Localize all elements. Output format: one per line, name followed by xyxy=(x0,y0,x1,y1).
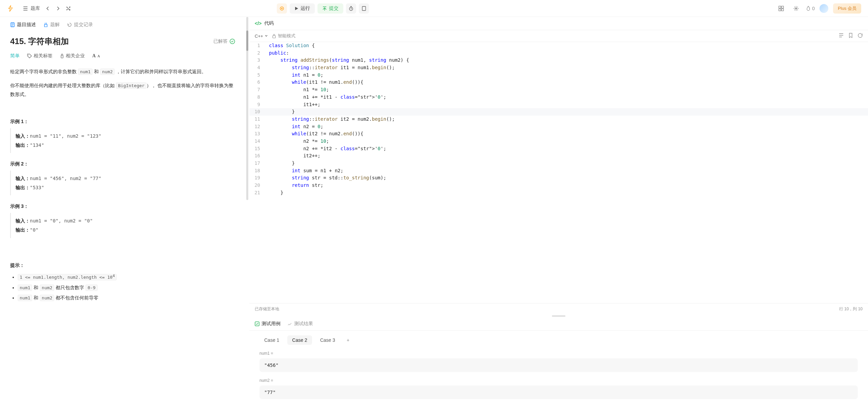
horizontal-splitter[interactable] xyxy=(249,315,868,317)
description-paragraph: 你不能使用任何内建的用于处理大整数的库（比如 BigInteger）， 也不能直… xyxy=(10,81,235,99)
case-tab-3[interactable]: Case 3 xyxy=(315,335,340,345)
submit-button[interactable]: 提交 xyxy=(317,3,343,14)
svg-rect-4 xyxy=(779,6,781,8)
language-selector[interactable]: C++ xyxy=(255,34,268,39)
difficulty-badge: 简单 xyxy=(10,53,20,59)
problems-link[interactable]: 题库 xyxy=(31,5,40,12)
tab-description-label: 题目描述 xyxy=(17,22,36,28)
note-button[interactable] xyxy=(359,3,369,14)
example-block: 输入：num1 = "0", num2 = "0" 输出："0" xyxy=(10,213,235,238)
code-line[interactable]: 2public: xyxy=(249,50,868,57)
reset-button[interactable] xyxy=(857,33,863,39)
svg-rect-3 xyxy=(362,6,366,11)
input-value[interactable]: "77" xyxy=(259,386,858,399)
svg-point-1 xyxy=(281,8,283,9)
code-panel-header: </> 代码 xyxy=(249,17,868,30)
code-line[interactable]: 3 string addStrings(string num1, string … xyxy=(249,57,868,64)
input-label: num2 = xyxy=(259,378,858,383)
add-case-button[interactable]: + xyxy=(343,336,353,344)
code-line[interactable]: 14 n2 *= 10; xyxy=(249,138,868,145)
case-tab-1[interactable]: Case 1 xyxy=(259,335,284,345)
tab-submissions-label: 提交记录 xyxy=(74,22,93,28)
format-button[interactable] xyxy=(838,33,844,39)
input-label: num1 = xyxy=(259,351,858,356)
logo-icon[interactable] xyxy=(7,5,14,12)
problem-title: 415. 字符串相加 已解答 xyxy=(10,36,235,47)
code-line[interactable]: 7 n1 *= 10; xyxy=(249,86,868,94)
tab-testcase[interactable]: 测试用例 xyxy=(255,321,281,327)
code-line[interactable]: 1class Solution { xyxy=(249,42,868,50)
example-heading: 示例 3： xyxy=(10,203,235,210)
code-line[interactable]: 19 string str = std::to_string(sum); xyxy=(249,174,868,182)
code-editor[interactable]: 1class Solution {2public:3 string addStr… xyxy=(249,42,868,303)
code-line[interactable]: 11 string::iterator it2 = num2.begin(); xyxy=(249,116,868,123)
code-line[interactable]: 16 it2++; xyxy=(249,152,868,160)
example-heading: 示例 2： xyxy=(10,161,235,167)
top-bar: 题库 运行 提交 0 Plus 会员 xyxy=(0,0,868,17)
svg-rect-12 xyxy=(61,55,63,58)
plus-member-button[interactable]: Plus 会员 xyxy=(833,3,861,14)
code-icon: </> xyxy=(255,21,262,26)
timer-button[interactable] xyxy=(346,3,356,14)
companies-button[interactable]: 相关企业 xyxy=(60,53,85,59)
lock-icon xyxy=(272,34,276,38)
code-line[interactable]: 10 } xyxy=(249,108,868,116)
example-block: 输入：num1 = "11", num2 = "123" 输出："134" xyxy=(10,128,235,153)
tab-description[interactable]: 题目描述 xyxy=(10,22,36,28)
bookmark-button[interactable] xyxy=(849,33,853,39)
code-line[interactable]: 20 return str; xyxy=(249,182,868,189)
chevron-down-icon xyxy=(265,34,268,38)
code-line[interactable]: 17 } xyxy=(249,160,868,167)
svg-rect-13 xyxy=(273,36,275,38)
solved-badge: 已解答 xyxy=(213,38,235,44)
code-line[interactable]: 13 while(it2 != num2.end()){ xyxy=(249,130,868,138)
streak-count: 0 xyxy=(812,6,815,11)
example-heading: 示例 1： xyxy=(10,119,235,125)
run-button[interactable]: 运行 xyxy=(290,3,315,14)
hints-heading: 提示： xyxy=(10,262,235,269)
code-line[interactable]: 15 n2 += *it2 - class="str">'0'; xyxy=(249,145,868,153)
vertical-splitter[interactable] xyxy=(245,17,249,412)
settings-button[interactable] xyxy=(791,3,801,14)
smart-mode-toggle[interactable]: 智能模式 xyxy=(272,33,295,39)
avatar[interactable] xyxy=(819,4,828,13)
run-label: 运行 xyxy=(301,5,310,12)
code-line[interactable]: 4 string::iterator it1 = num1.begin(); xyxy=(249,64,868,72)
svg-point-11 xyxy=(28,55,29,55)
tab-solution-label: 题解 xyxy=(50,22,60,28)
tab-submissions[interactable]: 提交记录 xyxy=(67,22,93,28)
hints-list: 1 <= num1.length, num2.length <= 104 num… xyxy=(10,272,235,303)
code-line[interactable]: 9 it1++; xyxy=(249,101,868,109)
submit-label: 提交 xyxy=(329,5,339,12)
font-size-button[interactable]: AA xyxy=(92,53,100,59)
layout-button[interactable] xyxy=(776,3,786,14)
svg-rect-7 xyxy=(782,9,784,11)
case-tab-2[interactable]: Case 2 xyxy=(287,335,312,345)
prev-button[interactable] xyxy=(43,3,53,14)
svg-rect-5 xyxy=(782,6,784,8)
code-line[interactable]: 18 int sum = n1 + n2; xyxy=(249,167,868,175)
svg-point-8 xyxy=(795,8,797,9)
svg-rect-6 xyxy=(779,9,781,11)
debug-button[interactable] xyxy=(277,3,287,14)
code-header-label: 代码 xyxy=(264,20,274,26)
problem-panel: 题目描述 题解 提交记录 415. 字符串相加 已解答 简单 相关标签 相关企业… xyxy=(0,17,245,412)
input-value[interactable]: "456" xyxy=(259,358,858,372)
example-block: 输入：num1 = "456", num2 = "77" 输出："533" xyxy=(10,171,235,195)
tab-solution[interactable]: 题解 xyxy=(43,22,60,28)
code-line[interactable]: 21 } xyxy=(249,189,868,197)
code-line[interactable]: 6 while(it1 != num1.end()){ xyxy=(249,79,868,86)
next-button[interactable] xyxy=(53,3,63,14)
code-line[interactable]: 12 int n2 = 0; xyxy=(249,123,868,131)
code-line[interactable]: 8 n1 += *it1 - class="str">'0'; xyxy=(249,94,868,101)
list-icon[interactable] xyxy=(20,3,31,14)
cursor-position: 行 10，列 10 xyxy=(839,306,863,312)
tags-button[interactable]: 相关标签 xyxy=(27,53,53,59)
save-status: 已存储至本地 xyxy=(255,306,279,312)
description-paragraph: 给定两个字符串形式的非负整数 num1 和 num2 ，计算它们的和并同样以字符… xyxy=(10,67,235,76)
tab-test-result[interactable]: 测试结果 xyxy=(287,321,313,327)
shuffle-button[interactable] xyxy=(63,3,73,14)
streak-counter[interactable]: 0 xyxy=(806,6,815,11)
code-line[interactable]: 5 int n1 = 0; xyxy=(249,72,868,79)
